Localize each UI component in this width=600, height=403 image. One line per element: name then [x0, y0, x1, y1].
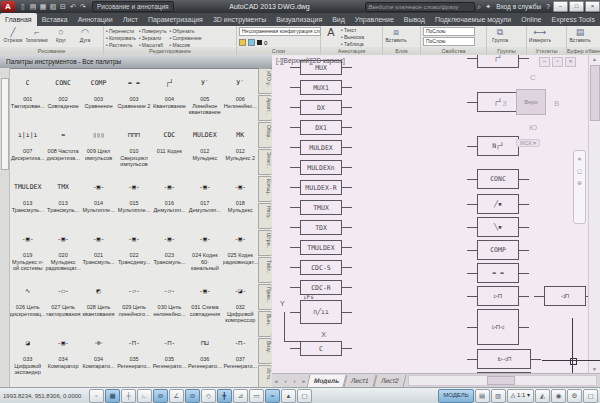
- palette-item[interactable]: -▣- 017 Демультип...: [187, 174, 222, 226]
- drawing-block[interactable]: ╲▪: [467, 217, 529, 237]
- layer-on-icon[interactable]: [239, 39, 246, 46]
- palette-item[interactable]: ▯▯▯ 009 Цикл импульсов: [81, 122, 116, 174]
- palette-item[interactable]: CDC 011 Кодек: [152, 122, 187, 174]
- palette-item[interactable]: -▣- 024 Кодек 60-канальный: [187, 226, 222, 278]
- viewcube-east[interactable]: В: [554, 99, 559, 108]
- drawing-block[interactable]: ≀▷◁⊓: [467, 349, 541, 369]
- drawing-block[interactable]: CONC: [467, 169, 529, 189]
- drawing-block[interactable]: TMUX: [290, 200, 352, 215]
- status-toggle-button[interactable]: ≈: [265, 389, 280, 403]
- palette-item[interactable]: ⊣⊢ 034 Компарато...: [81, 330, 116, 382]
- palette-item[interactable]: ◪ 033 Цифровой экспандер: [10, 330, 45, 382]
- palette-item[interactable]: -▣- 016 Демультип...: [152, 174, 187, 226]
- palette-item[interactable]: -▣- 034 Компаратор: [45, 330, 80, 382]
- property-dropdown[interactable]: ПоСлою: [423, 27, 475, 36]
- status-toggle-button[interactable]: ▦: [105, 389, 120, 403]
- panel-title[interactable]: Свойства: [421, 47, 486, 55]
- palette-item[interactable]: TMULDEX 013 Трансмуль...: [10, 174, 45, 226]
- draw-tool-button[interactable]: ◠ Дуга: [74, 27, 96, 43]
- search-input[interactable]: Введите ключевое слово/фразу: [365, 2, 475, 12]
- qat-button[interactable]: ▧: [48, 0, 58, 13]
- palette-item[interactable]: -▣- 025 Кодек радиовещат...: [223, 226, 258, 278]
- ribbon-tab[interactable]: Вывод: [399, 13, 430, 26]
- palette-tab[interactable]: ИГО у..: [258, 68, 272, 94]
- drawing-block[interactable]: COMP: [467, 240, 529, 260]
- doc-restore-button[interactable]: ▫: [552, 57, 563, 67]
- ribbon-tab[interactable]: Вставка: [37, 13, 73, 26]
- palette-item[interactable]: У′ 006 Нелинейно...: [223, 70, 258, 122]
- drawing-block[interactable]: DX1: [290, 120, 352, 135]
- edit-tool-button[interactable]: ▪ Повернуть: [139, 27, 167, 34]
- palette-item[interactable]: COMP 003 Сравнение: [81, 70, 116, 122]
- palette-item[interactable]: ⊓⊓⊓ 010 Сверхцикл импульсов: [116, 122, 151, 174]
- palette-item[interactable]: -▭- 027 Цепь тактирования: [45, 278, 80, 330]
- status-tray-button[interactable]: ⚙: [567, 389, 582, 403]
- ribbon-tab[interactable]: Подключаемые модули: [430, 13, 516, 26]
- qat-button[interactable]: ▯: [18, 0, 28, 13]
- drawing-block[interactable]: CDC-S: [290, 260, 352, 275]
- palette-item[interactable]: -▣- 023 Трансмуль...: [152, 226, 187, 278]
- model-space-button[interactable]: МОДЕЛЬ: [438, 389, 473, 403]
- scroll-up-icon[interactable]: ▲: [589, 55, 600, 64]
- palette-item[interactable]: -▣- 014 Мультипле...: [81, 174, 116, 226]
- qat-button[interactable]: ⊟: [58, 0, 68, 13]
- layout-nav-button[interactable]: ›: [290, 378, 299, 384]
- ribbon-tab[interactable]: Управление: [350, 13, 399, 26]
- edit-tool-button[interactable]: ▪ Перенести: [106, 27, 136, 34]
- palette-tab[interactable]: Обор..: [258, 122, 272, 148]
- palette-item[interactable]: -▣- 031 Схема совпадения: [187, 278, 222, 330]
- ribbon-tab[interactable]: 3D инструменты: [208, 13, 271, 26]
- status-toggle-button[interactable]: ▭: [249, 389, 264, 403]
- search-icon[interactable]: ⌕: [477, 3, 481, 11]
- drawing-block[interactable]: MUX: [290, 60, 352, 75]
- palette-item[interactable]: C 001 Тактирован...: [10, 70, 45, 122]
- drawing-block[interactable]: ┌┘: [467, 55, 529, 68]
- palette-item[interactable]: -▣- 021 Трансмуль...: [81, 226, 116, 278]
- palette-title-bar[interactable]: Палитры инструментов - Все палитры: [0, 55, 272, 69]
- ribbon-tab[interactable]: Главная: [0, 13, 37, 26]
- exchange-icon[interactable]: ✦: [485, 3, 491, 11]
- status-toggle-button[interactable]: ┼: [121, 389, 136, 403]
- ribbon-tab[interactable]: Аннотации: [73, 13, 118, 26]
- paste-button[interactable]: Вставить: [569, 37, 590, 43]
- status-toggle-button[interactable]: ⊘: [153, 389, 168, 403]
- drawing-canvas[interactable]: [-][Верхний][2D каркас] − ▫ × MUX MUX1: [272, 55, 600, 374]
- annotation-tool-button[interactable]: ▪ Текст: [341, 27, 364, 33]
- panel-title[interactable]: Аннотация: [321, 47, 382, 55]
- layer-color-icon[interactable]: [257, 40, 262, 45]
- status-toggle-button[interactable]: ◇: [201, 389, 216, 403]
- palette-item[interactable]: = = 003 Сравнение 2: [116, 70, 151, 122]
- palette-item[interactable]: -⊓- 037 Регенерато...: [223, 330, 258, 382]
- viewcube-top-face[interactable]: Верх: [516, 89, 546, 115]
- drawing-block[interactable]: MULDEXn: [290, 160, 352, 175]
- annotation-scale-dropdown[interactable]: ◬ 1:1 ▾: [507, 389, 534, 403]
- palette-item[interactable]: -▱- 030 Цепь нелинейно...: [152, 278, 187, 330]
- draw-tool-button[interactable]: ╱ Отрезок: [2, 27, 24, 43]
- layer-freeze-icon[interactable]: [248, 39, 255, 46]
- drawing-block[interactable]: ◁⊓: [534, 286, 596, 306]
- palette-item[interactable]: MULDEX 012 Мульдекс: [187, 122, 222, 174]
- drawing-block[interactable]: ╱▪: [467, 194, 529, 214]
- palette-item[interactable]: ┌┘ 004 Квантование: [152, 70, 187, 122]
- layer-config-dropdown[interactable]: Несохраненная конфигурация сло...: [239, 27, 321, 36]
- palette-tab[interactable]: Вын..: [258, 311, 272, 337]
- palette-tab[interactable]: Несу..: [258, 203, 272, 229]
- drawing-block[interactable]: TMULDEX: [290, 240, 352, 255]
- qat-button[interactable]: ↶: [68, 0, 78, 13]
- palette-tab[interactable]: Исто..: [258, 365, 272, 387]
- palette-item[interactable]: MK 012 Мульдекс 2: [223, 122, 258, 174]
- palette-item[interactable]: ı|ı|ı 007 Дискретиза...: [10, 122, 45, 174]
- edit-tool-button[interactable]: ▪ Сопряжение: [170, 34, 202, 41]
- qat-button[interactable]: ↷: [78, 0, 88, 13]
- scrollbar-thumb[interactable]: [590, 65, 600, 121]
- palette-item[interactable]: ∿ 026 Цепь дискретизац...: [10, 278, 45, 330]
- status-tray-button[interactable]: ◉: [551, 389, 566, 403]
- viewcube[interactable]: С З В Ю Верх МСК ▾: [490, 73, 582, 151]
- panel-title[interactable]: Редактирование: [104, 47, 236, 55]
- doc-minimize-button[interactable]: −: [539, 57, 550, 67]
- canvas-vertical-scrollbar[interactable]: ▲ ▼: [588, 55, 600, 374]
- text-tool-icon[interactable]: А: [327, 27, 334, 37]
- quickview-button[interactable]: ▤: [475, 389, 490, 403]
- palette-scrollbar[interactable]: [0, 68, 10, 387]
- panel-title[interactable]: Утилиты: [527, 47, 566, 55]
